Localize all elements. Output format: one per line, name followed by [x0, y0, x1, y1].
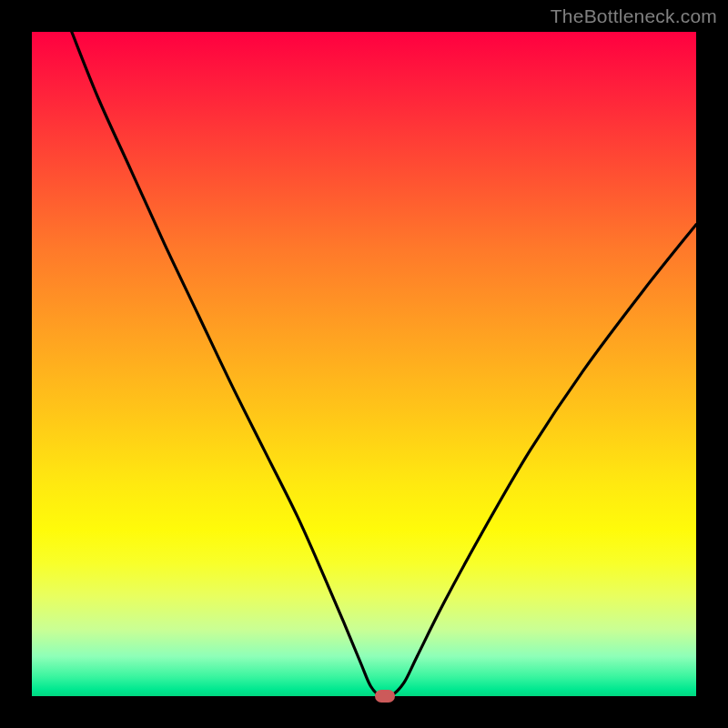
plot-area: [32, 32, 696, 696]
optimal-marker: [375, 690, 395, 703]
watermark-text: TheBottleneck.com: [551, 5, 717, 27]
bottleneck-curve: [32, 32, 696, 696]
chart-frame: TheBottleneck.com: [0, 0, 728, 728]
